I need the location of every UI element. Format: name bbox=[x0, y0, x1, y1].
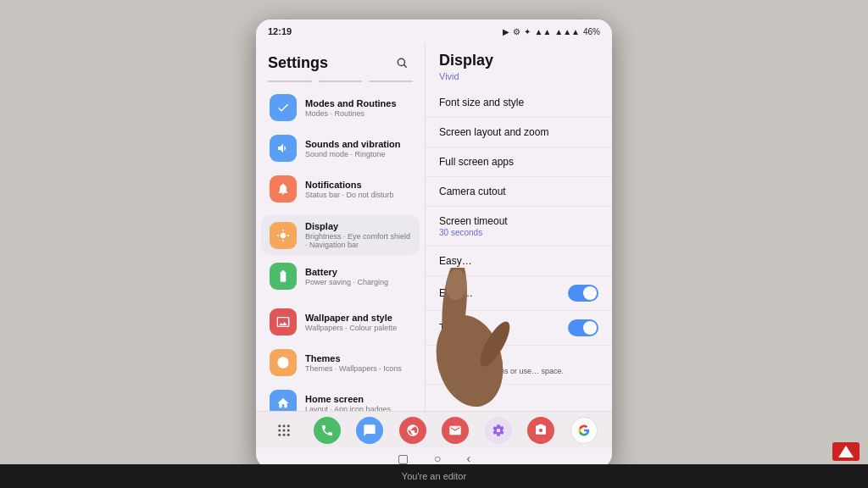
settings-title: Settings bbox=[268, 54, 328, 72]
task-row: Task… bbox=[439, 319, 598, 336]
easy-title: Easy… bbox=[439, 255, 598, 267]
svg-point-7 bbox=[283, 429, 286, 431]
settings-item-notifications[interactable]: Notifications Status bar · Do not distur… bbox=[261, 169, 420, 208]
home-subtitle: Layout · App icon badges bbox=[305, 405, 411, 412]
bottom-bar: You're an editor bbox=[0, 464, 868, 488]
navi-title: Navi… bbox=[439, 354, 598, 366]
dock-messages-icon[interactable] bbox=[356, 417, 383, 444]
settings-panel: Settings Modes and Routines bbox=[256, 43, 426, 411]
task-title: Task… bbox=[439, 322, 470, 334]
main-content: Settings Modes and Routines bbox=[256, 43, 612, 411]
battery-icon: 46% bbox=[583, 27, 600, 36]
home-text: Home screen Layout · App icon badges bbox=[305, 394, 411, 412]
settings-item-modes[interactable]: Modes and Routines Modes · Routines bbox=[261, 88, 420, 127]
display-panel-title: Display bbox=[426, 52, 612, 71]
settings-icon: ⚙ bbox=[513, 27, 520, 36]
settings-item-wallpaper[interactable]: Wallpaper and style Wallpapers · Colour … bbox=[261, 302, 420, 341]
home-icon bbox=[270, 390, 297, 411]
sounds-subtitle: Sound mode · Ringtone bbox=[305, 150, 411, 158]
svg-line-1 bbox=[404, 65, 407, 68]
notifications-subtitle: Status bar · Do not disturb bbox=[305, 191, 411, 199]
display-full-screen-item[interactable]: Full screen apps bbox=[426, 147, 612, 177]
svg-point-2 bbox=[277, 357, 288, 368]
settings-header: Settings bbox=[256, 43, 425, 79]
settings-item-home[interactable]: Home screen Layout · App icon badges bbox=[261, 384, 420, 411]
modes-icon bbox=[270, 94, 297, 121]
status-bar: 12:19 ▶ ⚙ ✦ ▲▲ ▲▲▲ 46% bbox=[256, 19, 612, 43]
dock-email-icon[interactable] bbox=[442, 417, 469, 444]
watermark-triangle bbox=[838, 446, 854, 458]
notifications-text: Notifications Status bar · Do not distur… bbox=[305, 180, 411, 199]
display-edge-item[interactable]: Edge… bbox=[426, 276, 612, 311]
wallpaper-text: Wallpaper and style Wallpapers · Colour … bbox=[305, 313, 411, 332]
settings-item-display[interactable]: Display Brightness · Eye comfort shield … bbox=[261, 215, 420, 255]
notifications-title: Notifications bbox=[305, 180, 411, 190]
wallpaper-icon bbox=[270, 308, 297, 336]
svg-point-11 bbox=[287, 433, 290, 435]
edge-toggle[interactable] bbox=[568, 285, 598, 302]
themes-title: Themes bbox=[305, 353, 411, 363]
status-icons: ▶ ⚙ ✦ ▲▲ ▲▲▲ 46% bbox=[503, 27, 600, 36]
modes-text: Modes and Routines Modes · Routines bbox=[305, 98, 411, 118]
svg-point-4 bbox=[283, 424, 286, 427]
display-navi-item[interactable]: Navi… …d Recents buttons or use… space. bbox=[426, 346, 612, 385]
screen-timeout-subtitle: 30 seconds bbox=[439, 228, 598, 237]
themes-icon bbox=[270, 349, 297, 376]
settings-item-battery[interactable]: Battery Power saving · Charging bbox=[261, 257, 420, 296]
wallpaper-subtitle: Wallpapers · Colour palette bbox=[305, 324, 411, 332]
svg-point-8 bbox=[287, 429, 290, 431]
watermark bbox=[832, 442, 860, 461]
sounds-text: Sounds and vibration Sound mode · Ringto… bbox=[305, 139, 411, 158]
themes-subtitle: Themes · Wallpapers · Icons bbox=[305, 364, 411, 373]
svg-point-3 bbox=[279, 424, 281, 427]
screen-layout-title: Screen layout and zoom bbox=[439, 126, 598, 138]
signal-icon: ▲▲▲ bbox=[554, 27, 580, 36]
phone-frame: 12:19 ▶ ⚙ ✦ ▲▲ ▲▲▲ 46% Settings bbox=[256, 19, 612, 469]
extra-icon: ✦ bbox=[524, 27, 531, 36]
display-item-subtitle: Brightness · Eye comfort shield · Naviga… bbox=[305, 232, 411, 249]
sounds-icon bbox=[270, 135, 297, 162]
wifi-icon: ▲▲ bbox=[534, 27, 551, 36]
dock-phone-icon[interactable] bbox=[314, 417, 341, 444]
battery-text: Battery Power saving · Charging bbox=[305, 267, 411, 286]
home-button[interactable]: ○ bbox=[434, 452, 441, 465]
dock-camera-icon[interactable] bbox=[527, 417, 554, 444]
status-time: 12:19 bbox=[268, 26, 292, 36]
search-button[interactable] bbox=[391, 52, 413, 74]
back-button[interactable]: ‹ bbox=[466, 452, 470, 465]
svg-point-9 bbox=[279, 433, 281, 435]
display-screen-layout-item[interactable]: Screen layout and zoom bbox=[426, 118, 612, 147]
recent-apps-button[interactable]: ▢ bbox=[398, 452, 409, 465]
display-camera-cutout-item[interactable]: Camera cutout bbox=[426, 177, 612, 207]
display-easy-item[interactable]: Easy… bbox=[426, 247, 612, 276]
navi-subtitle: …d Recents buttons or use… space. bbox=[439, 367, 598, 375]
themes-text: Themes Themes · Wallpapers · Icons bbox=[305, 353, 411, 373]
svg-point-5 bbox=[287, 424, 290, 427]
display-task-item[interactable]: Task… bbox=[426, 311, 612, 346]
bottom-bar-text: You're an editor bbox=[402, 471, 466, 481]
svg-point-10 bbox=[283, 433, 286, 435]
sounds-title: Sounds and vibration bbox=[305, 139, 411, 149]
media-icon: ▶ bbox=[503, 27, 509, 36]
home-title: Home screen bbox=[305, 394, 411, 404]
settings-item-themes[interactable]: Themes Themes · Wallpapers · Icons bbox=[261, 343, 420, 382]
camera-cutout-title: Camera cutout bbox=[439, 186, 598, 197]
battery-nav-icon bbox=[270, 263, 297, 290]
dock-google-icon[interactable] bbox=[570, 417, 598, 444]
display-screen-timeout-item[interactable]: Screen timeout 30 seconds bbox=[426, 207, 612, 247]
display-panel-subtitle: Vivid bbox=[426, 71, 612, 88]
edge-title: Edge… bbox=[439, 287, 473, 299]
dock-settings-icon[interactable] bbox=[485, 417, 512, 444]
display-text: Display Brightness · Eye comfort shield … bbox=[305, 221, 411, 249]
task-toggle[interactable] bbox=[568, 319, 598, 336]
dock-browser-icon[interactable] bbox=[399, 417, 426, 444]
notifications-icon bbox=[270, 175, 297, 202]
modes-title: Modes and Routines bbox=[305, 98, 411, 108]
edge-row: Edge… bbox=[439, 285, 598, 302]
display-font-item[interactable]: Font size and style bbox=[426, 88, 612, 118]
dock-apps-icon[interactable] bbox=[270, 417, 298, 444]
display-item-title: Display bbox=[305, 221, 411, 231]
settings-item-sounds[interactable]: Sounds and vibration Sound mode · Ringto… bbox=[261, 129, 420, 168]
font-title: Font size and style bbox=[439, 97, 598, 108]
svg-point-6 bbox=[279, 429, 281, 431]
